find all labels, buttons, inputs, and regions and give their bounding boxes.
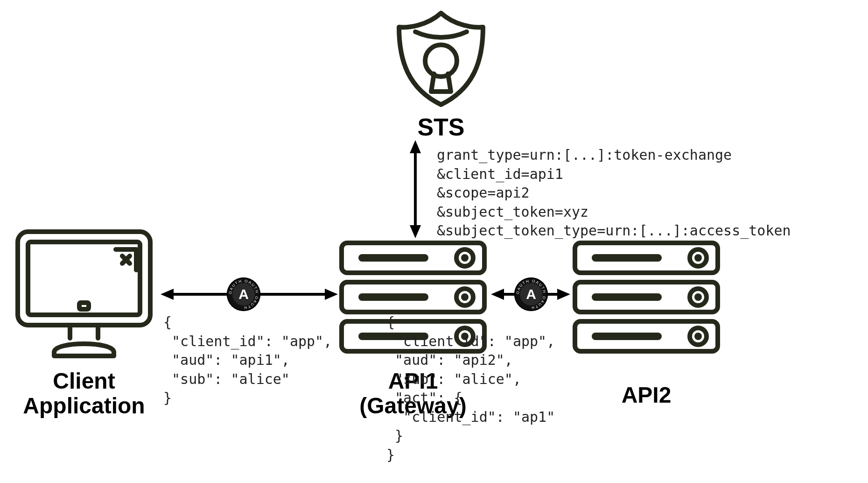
client-label-line1: Client [53,369,115,393]
client-label-line2: Application [23,393,145,418]
token-client-to-api1: { "client_id": "app", "aud": "api1", "su… [163,313,332,408]
svg-rect-5 [358,254,428,262]
diagram-stage: STS grant_type=urn:[...]:token-exchange … [0,0,868,483]
svg-marker-35 [491,289,504,300]
oauth-badge-icon: OAUTH OAUTH OAUTH A [514,277,548,311]
svg-marker-42 [410,225,421,238]
svg-point-19 [694,254,702,262]
svg-point-23 [694,293,702,301]
svg-marker-29 [161,289,174,300]
oauth-badge-icon: OAUTH OAUTH OAUTH A [227,277,260,311]
client-node [9,223,159,363]
monitor-icon [9,223,159,363]
arrow-api1-sts [406,140,425,238]
svg-marker-36 [557,289,570,300]
oauth-initial: A [238,286,249,302]
server-stack-icon [569,237,723,359]
client-label: Client Application [0,369,168,419]
sts-label: STS [387,114,495,141]
sts-exchange-params: grant_type=urn:[...]:token-exchange &cli… [437,146,857,241]
svg-rect-17 [592,254,662,262]
sts-node [387,5,495,112]
svg-point-27 [694,333,702,340]
svg-rect-25 [592,333,662,340]
shield-icon [387,5,495,112]
svg-marker-30 [325,289,338,300]
api2-node [569,237,723,359]
svg-point-11 [461,293,469,301]
token-api1-to-api2: { "client_id": "app", "aud": "api2", "su… [386,313,555,464]
svg-rect-21 [592,293,662,301]
svg-point-0 [425,45,457,77]
svg-point-7 [461,254,469,262]
api2-label: API2 [569,383,723,408]
svg-rect-9 [358,293,428,301]
oauth-initial: A [526,286,536,302]
svg-marker-41 [410,140,421,153]
svg-rect-3 [79,303,89,309]
